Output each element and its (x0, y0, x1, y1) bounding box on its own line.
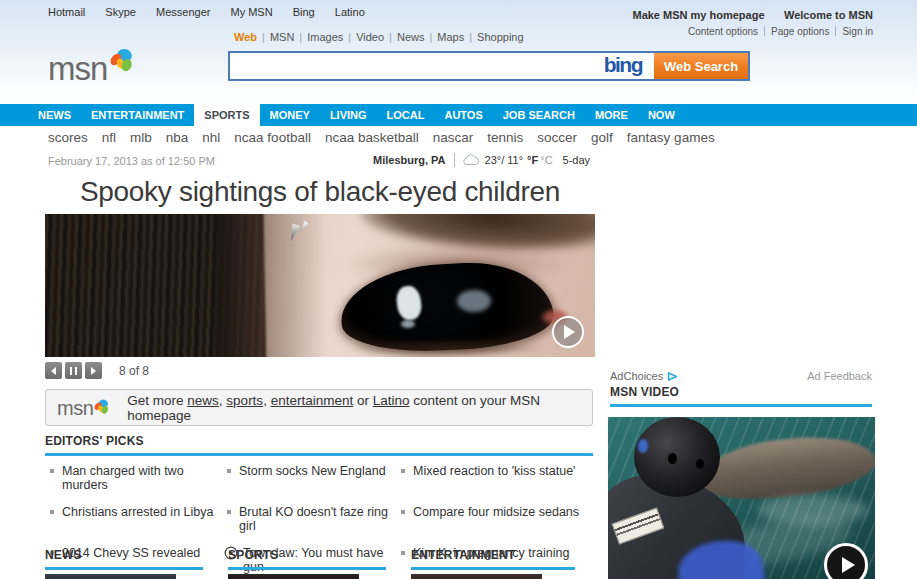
video-thumbnail[interactable] (608, 417, 875, 579)
pick-item[interactable]: Storm socks New England (227, 464, 401, 492)
sign-in-link[interactable]: Sign in (842, 26, 873, 37)
ad-feedback-link[interactable]: Ad Feedback (807, 370, 872, 382)
search-input[interactable] (230, 53, 604, 79)
make-homepage-link[interactable]: Make MSN my homepage (632, 9, 764, 21)
bullet-icon (227, 510, 231, 514)
section-title-news: NEWS (45, 548, 203, 570)
pick-item-label: Brutal KO doesn't faze ring girl (239, 505, 401, 533)
nav-item-now[interactable]: NOW (638, 104, 685, 126)
subnav-item-scores[interactable]: scores (48, 130, 88, 145)
promo-msn-logo: msn (57, 399, 110, 417)
slide-controls: 8 of 8 (45, 362, 149, 379)
web-search-button[interactable]: Web Search (654, 53, 748, 79)
promo-text: Get more news, sports, entertainment or … (127, 393, 592, 423)
promo-link-entertainment[interactable]: entertainment (271, 393, 354, 408)
subnav-item-ncaa-football[interactable]: ncaa football (234, 130, 311, 145)
video-helmet-vent (696, 459, 704, 469)
pick-item[interactable]: Man charged with two murders (50, 464, 227, 492)
news-article-thumbnail[interactable] (45, 574, 176, 579)
topbar-link-bing[interactable]: Bing (293, 6, 315, 18)
nav-item-entertainment[interactable]: ENTERTAINMENT (81, 104, 194, 126)
subnav-item-mlb[interactable]: mlb (130, 130, 152, 145)
separator: | (299, 31, 302, 43)
date-text: February 17, 2013 as of 12:50 PM (48, 155, 215, 167)
scope-web[interactable]: Web (234, 31, 257, 43)
pause-slideshow-button[interactable] (65, 362, 82, 379)
msn-video-heading: MSN VIDEO (610, 385, 872, 407)
nav-item-job-search[interactable]: JOB SEARCH (493, 104, 585, 126)
nav-item-more[interactable]: MORE (585, 104, 638, 126)
nav-item-sports[interactable]: SPORTS (194, 104, 259, 126)
five-day-forecast-link[interactable]: 5-day (563, 154, 591, 166)
main-nav: NEWSENTERTAINMENTSPORTSMONEYLIVINGLOCALA… (0, 104, 917, 126)
subnav-item-nba[interactable]: nba (166, 130, 189, 145)
nav-item-living[interactable]: LIVING (320, 104, 377, 126)
promo-link-news[interactable]: news (187, 393, 219, 408)
subnav-item-ncaa-basketball[interactable]: ncaa basketball (325, 130, 419, 145)
separator (835, 26, 836, 36)
topbar-link-skype[interactable]: Skype (105, 6, 136, 18)
topbar-link-latino[interactable]: Latino (335, 6, 365, 18)
content-sections: NEWS SPORTS ENTERTAINMENT (45, 548, 593, 579)
subnav-item-nascar[interactable]: nascar (433, 130, 474, 145)
msn-logo[interactable]: msn (48, 54, 135, 84)
slide-counter: 8 of 8 (119, 364, 149, 378)
topbar-link-messenger[interactable]: Messenger (156, 6, 210, 18)
pick-item[interactable]: Brutal KO doesn't faze ring girl (227, 505, 401, 533)
hero-image-eye-highlight (401, 320, 415, 328)
hero-image-eye-highlight (457, 290, 491, 312)
topbar-right-primary: Make MSN my homepage Welcome to MSN (617, 5, 873, 23)
subnav-item-soccer[interactable]: soccer (537, 130, 577, 145)
adchoices-link[interactable]: AdChoices (610, 370, 678, 382)
dateline: February 17, 2013 as of 12:50 PM Milesbu… (48, 155, 872, 171)
section-column-sports: SPORTS (228, 548, 386, 579)
content-options-link[interactable]: Content options (688, 26, 758, 37)
page-options-link[interactable]: Page options (771, 26, 829, 37)
topbar-link-hotmail[interactable]: Hotmail (48, 6, 85, 18)
pick-item[interactable]: Christians arrested in Libya (50, 505, 227, 533)
bullet-icon (227, 469, 231, 473)
adchoices-triangle-icon (667, 371, 678, 382)
chevron-left-icon (51, 367, 56, 375)
pick-item-label: Man charged with two murders (62, 464, 227, 492)
welcome-label: Welcome to MSN (784, 9, 873, 21)
next-slide-button[interactable] (85, 362, 102, 379)
bullet-icon (50, 469, 54, 473)
nav-item-money[interactable]: MONEY (260, 104, 320, 126)
pick-item[interactable]: Compare four midsize sedans (401, 505, 598, 533)
cloud-icon (463, 154, 480, 166)
promo-link-latino[interactable]: Latino (373, 393, 410, 408)
subnav-item-nhl[interactable]: nhl (202, 130, 220, 145)
sports-article-thumbnail[interactable] (228, 574, 359, 579)
play-icon[interactable] (552, 316, 584, 348)
scope-msn[interactable]: MSN (270, 31, 294, 43)
pick-item-label: Christians arrested in Libya (62, 505, 213, 519)
subnav-item-tennis[interactable]: tennis (487, 130, 523, 145)
scope-video[interactable]: Video (356, 31, 384, 43)
topbar-link-mymsn[interactable]: My MSN (230, 6, 272, 18)
nav-item-local[interactable]: LOCAL (377, 104, 435, 126)
section-title-entertainment: ENTERTAINMENT (411, 548, 575, 570)
promo-link-sports[interactable]: sports (226, 393, 263, 408)
adchoices-label: AdChoices (610, 370, 663, 382)
unit-celsius[interactable]: °C (540, 154, 552, 166)
weather-location[interactable]: Milesburg, PA (373, 154, 446, 166)
subnav-item-golf[interactable]: golf (591, 130, 613, 145)
previous-slide-button[interactable] (45, 362, 62, 379)
scope-images[interactable]: Images (307, 31, 343, 43)
scope-maps[interactable]: Maps (437, 31, 464, 43)
hero-image[interactable] (45, 214, 595, 357)
scope-news[interactable]: News (397, 31, 425, 43)
pick-item[interactable]: Mixed reaction to 'kiss statue' (401, 464, 598, 492)
subnav-item-fantasy-games[interactable]: fantasy games (627, 130, 715, 145)
play-triangle (842, 557, 855, 573)
play-icon[interactable] (824, 543, 868, 579)
search-box: bing Web Search (228, 51, 750, 81)
nav-item-news[interactable]: NEWS (28, 104, 81, 126)
entertainment-article-thumbnail[interactable] (411, 574, 542, 579)
scope-shopping[interactable]: Shopping (477, 31, 524, 43)
subnav-item-nfl[interactable]: nfl (102, 130, 116, 145)
hero-headline[interactable]: Spooky sightings of black-eyed children (45, 176, 595, 208)
nav-item-autos[interactable]: AUTOS (434, 104, 492, 126)
unit-fahrenheit[interactable]: °F (527, 154, 538, 166)
